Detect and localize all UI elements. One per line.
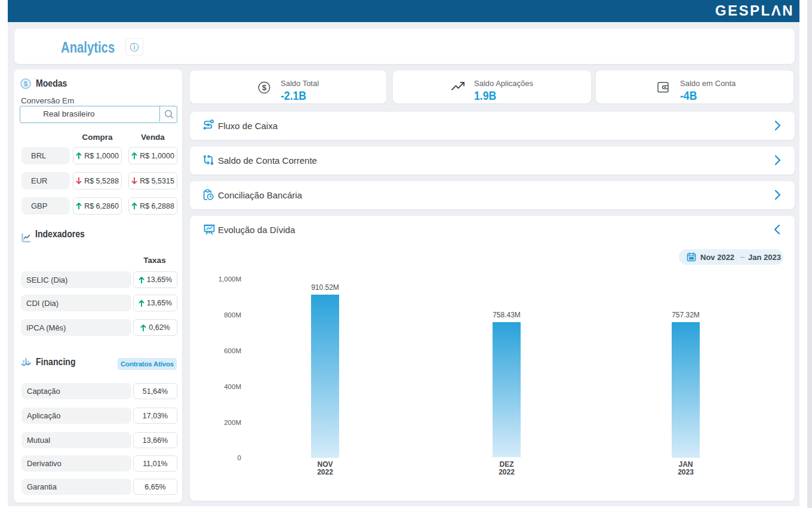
svg-text:$: $ bbox=[262, 83, 267, 92]
svg-text:$: $ bbox=[24, 80, 28, 87]
